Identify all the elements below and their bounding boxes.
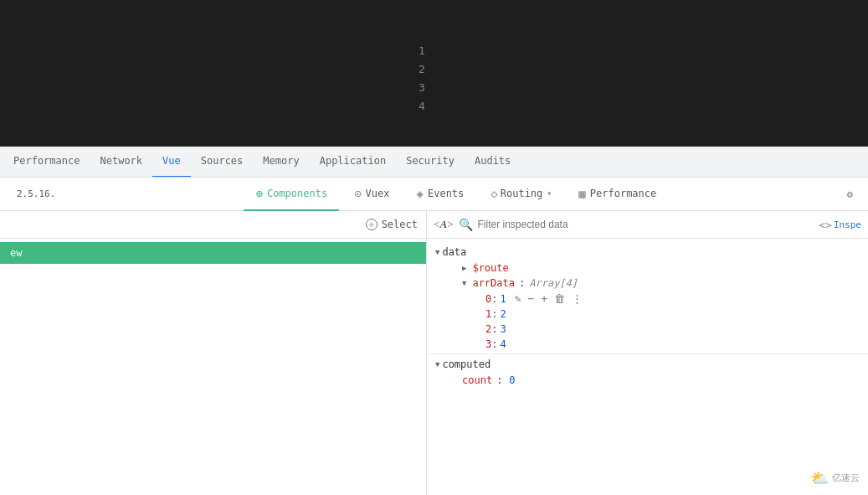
left-toolbar: ⊙ Select (0, 211, 426, 239)
tag-icon: <A> (434, 218, 454, 231)
devtools-tab-bar: Performance Network Vue Sources Memory A… (0, 147, 868, 178)
nav-components-label: Components (267, 188, 327, 199)
arrdata-chevron: ▼ (462, 279, 466, 287)
count-val: 0 (509, 374, 515, 386)
tab-memory[interactable]: Memory (253, 147, 309, 178)
nav-vuex-label: Vuex (366, 188, 390, 199)
divider (427, 353, 868, 354)
arr-item-1[interactable]: 1 : 2 (427, 307, 868, 322)
watermark-text: 亿速云 (832, 472, 860, 484)
code-brackets-icon: <> (819, 219, 832, 231)
select-label: Select (382, 219, 418, 230)
watermark-logo: ⛅ (810, 469, 829, 487)
main-content: ⊙ Select ew <A> 🔍 <> Inspe ▼ data (0, 211, 868, 495)
nav-routing-label: Routing (501, 188, 543, 199)
routing-icon: ◇ (490, 187, 497, 200)
route-chevron: ▶ (462, 264, 466, 272)
arr-val-3: 4 (500, 338, 506, 350)
vue-sub-header: 2.5.16. ⊕ Components ⊙ Vuex ◈ Events ◇ R… (0, 178, 868, 211)
tab-performance[interactable]: Performance (3, 147, 90, 178)
component-tree: ew (0, 239, 426, 495)
filter-input[interactable] (478, 219, 814, 230)
arr-key-1: 1 (485, 308, 491, 320)
search-icon[interactable]: 🔍 (459, 218, 473, 231)
line-numbers: 1 2 3 4 (419, 42, 425, 116)
right-panel: <A> 🔍 <> Inspe ▼ data ▶ $route ▼ a (427, 211, 868, 495)
nav-events-label: Events (428, 188, 464, 199)
gear-button[interactable]: ⚙ (839, 183, 861, 205)
tree-item-arrdata[interactable]: ▼ arrData : Array[4] (427, 276, 868, 291)
tab-sources[interactable]: Sources (191, 147, 254, 178)
tab-audits[interactable]: Audits (465, 147, 521, 178)
arr-val-1: 2 (500, 308, 506, 320)
tab-vue[interactable]: Vue (152, 147, 191, 178)
arrdata-type: Array[4] (529, 277, 578, 289)
tab-network[interactable]: Network (90, 147, 152, 178)
select-icon: ⊙ (366, 219, 378, 230)
component-item-ew[interactable]: ew (0, 242, 426, 264)
computed-section-label: computed (442, 358, 490, 370)
count-key: count (462, 374, 492, 386)
tab-security[interactable]: Security (396, 147, 465, 178)
route-key: $route (472, 262, 508, 274)
data-tree: ▼ data ▶ $route ▼ arrData : Array[4] 0 :… (427, 239, 868, 495)
arr-item-3[interactable]: 3 : 4 (427, 337, 868, 352)
select-button[interactable]: ⊙ Select (366, 219, 418, 230)
data-section-chevron: ▼ (435, 248, 439, 256)
vue-version: 2.5.16. (7, 188, 74, 199)
vue-nav: ⊕ Components ⊙ Vuex ◈ Events ◇ Routing ▾… (74, 178, 839, 211)
vuex-icon: ⊙ (354, 187, 361, 200)
nav-performance[interactable]: ▦ Performance (567, 178, 668, 211)
arr-item-0[interactable]: 0 : 1 ✎ − + 🗑 ⋮ (427, 291, 868, 307)
performance-icon: ▦ (578, 187, 585, 200)
nav-components[interactable]: ⊕ Components (244, 178, 339, 211)
arr-item-2[interactable]: 2 : 3 (427, 322, 868, 337)
arr-val-2: 3 (500, 323, 506, 335)
nav-routing[interactable]: ◇ Routing ▾ (479, 178, 563, 211)
minus-icon[interactable]: − (526, 292, 537, 305)
inspected-label: Inspe (834, 219, 861, 230)
watermark: ⛅ 亿速云 (810, 469, 860, 487)
delete-icon[interactable]: 🗑 (552, 292, 567, 305)
nav-events[interactable]: ◈ Events (405, 178, 476, 211)
arr-key-3: 3 (485, 338, 491, 350)
nav-vuex[interactable]: ⊙ Vuex (342, 178, 401, 211)
edit-icon[interactable]: ✎ (513, 292, 523, 305)
events-icon: ◈ (417, 187, 424, 200)
computed-section-chevron: ▼ (435, 360, 439, 369)
routing-dropdown-arrow: ▾ (547, 188, 552, 198)
data-section-label: data (442, 246, 466, 258)
components-icon: ⊕ (255, 187, 262, 200)
tree-item-route[interactable]: ▶ $route (427, 260, 868, 276)
code-editor-area: 1 2 3 4 (0, 0, 868, 147)
arr-actions-0: ✎ − + 🗑 ⋮ (513, 292, 584, 305)
arr-val-0: 1 (500, 293, 506, 305)
plus-icon[interactable]: + (539, 292, 549, 305)
arr-key-2: 2 (485, 323, 491, 335)
computed-section-header[interactable]: ▼ computed (427, 356, 868, 373)
tab-application[interactable]: Application (310, 147, 396, 178)
left-panel: ⊙ Select ew (0, 211, 427, 495)
arr-key-0: 0 (485, 293, 491, 305)
data-section-header[interactable]: ▼ data (427, 244, 868, 260)
inspected-button[interactable]: <> Inspe (819, 219, 861, 231)
tree-item-count[interactable]: count : 0 (427, 373, 868, 388)
nav-performance-label: Performance (590, 188, 656, 199)
arrdata-key: arrData (472, 277, 515, 289)
right-toolbar: <A> 🔍 <> Inspe (427, 211, 868, 239)
more-icon[interactable]: ⋮ (570, 292, 584, 305)
